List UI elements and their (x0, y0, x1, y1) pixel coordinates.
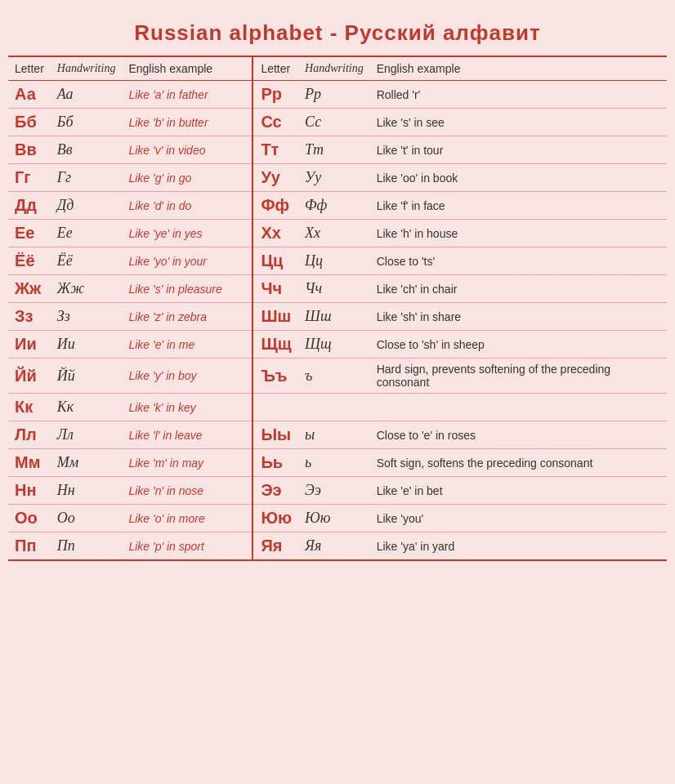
left-letter: Ёё (8, 247, 51, 275)
right-example: Like 'ya' in yard (370, 532, 667, 561)
left-letter: Оо (8, 505, 51, 532)
left-letter: Пп (8, 532, 51, 561)
right-example: Close to 'ts' (370, 247, 667, 275)
right-handwriting: Уу (298, 164, 370, 192)
table-row: ОоОоLike 'o' in moreЮюЮюLike 'you' (8, 505, 667, 532)
right-letter: Чч (254, 275, 298, 303)
table-row: БбБбLike 'b' in butterСсСсLike 's' in se… (8, 109, 667, 136)
right-handwriting: Тт (298, 136, 370, 164)
right-example: Like 'ch' in chair (370, 275, 667, 303)
table-row: ЛлЛлLike 'l' in leaveЫыыClose to 'e' in … (8, 421, 667, 449)
left-handwriting: Бб (51, 109, 123, 136)
left-example: Like 'ye' in yes (122, 220, 253, 247)
table-row: ЗзЗзLike 'z' in zebraШшШшLike 'sh' in sh… (8, 303, 667, 331)
left-letter: Мм (8, 449, 51, 477)
left-example: Like 'yo' in your (122, 247, 253, 275)
table-row: МмМмLike 'm' in mayЬььSoft sign, softens… (8, 449, 667, 477)
table-row: ЁёЁёLike 'yo' in yourЦцЦцClose to 'ts' (8, 247, 667, 275)
right-letter: Щщ (254, 331, 298, 359)
left-handwriting: Нн (51, 477, 123, 505)
left-handwriting: Пп (51, 532, 123, 561)
right-letter: Яя (254, 532, 298, 561)
left-handwriting: Вв (51, 136, 123, 164)
right-handwriting: Юю (298, 505, 370, 532)
left-example: Like 'n' in nose (122, 477, 253, 505)
right-example: Close to 'e' in roses (370, 421, 667, 449)
left-example: Like 's' in pleasure (122, 275, 253, 303)
right-letter: Рр (254, 81, 298, 109)
table-row: ПпПпLike 'p' in sportЯяЯяLike 'ya' in ya… (8, 532, 667, 561)
header-example-right: English example (370, 56, 667, 81)
left-letter: Аа (8, 81, 51, 109)
right-example: Close to 'sh' in sheep (370, 331, 667, 359)
alphabet-table: Letter Handwriting English example Lette… (8, 56, 667, 561)
right-example: Soft sign, softens the preceding consona… (370, 449, 667, 477)
right-handwriting: Ээ (298, 477, 370, 505)
left-letter: Ее (8, 220, 51, 247)
left-letter: Вв (8, 136, 51, 164)
left-letter: Нн (8, 477, 51, 505)
right-example: Like 't' in tour (370, 136, 667, 164)
left-letter: Лл (8, 421, 51, 449)
left-letter: Ии (8, 331, 51, 359)
left-example: Like 'y' in boy (122, 359, 253, 394)
left-handwriting: Аа (51, 81, 123, 109)
left-example: Like 'm' in may (122, 449, 253, 477)
left-handwriting: Ии (51, 331, 123, 359)
right-handwriting: Яя (298, 532, 370, 561)
table-row: АаАаLike 'a' in fatherРрРрRolled 'r' (8, 81, 667, 109)
left-handwriting: Жж (51, 275, 123, 303)
right-letter: Ьь (254, 449, 298, 477)
right-example: Like 's' in see (370, 109, 667, 136)
header-letter-left: Letter (8, 56, 51, 81)
left-handwriting: Мм (51, 449, 123, 477)
right-handwriting: Щщ (298, 331, 370, 359)
left-handwriting: Ёё (51, 247, 123, 275)
left-letter: Гг (8, 164, 51, 192)
left-example: Like 'a' in father (122, 81, 253, 109)
header-handwriting-right: Handwriting (298, 56, 370, 81)
right-example: Like 'oo' in book (370, 164, 667, 192)
right-handwriting: Шш (298, 303, 370, 331)
left-letter: Зз (8, 303, 51, 331)
right-letter: Ээ (254, 477, 298, 505)
header-example-left: English example (122, 56, 253, 81)
right-example: Hard sign, prevents softening of the pre… (370, 359, 667, 394)
right-letter: Тт (254, 136, 298, 164)
table-row: ЙйЙйLike 'y' in boyЪъъHard sign, prevent… (8, 359, 667, 394)
left-letter: Йй (8, 359, 51, 394)
left-letter: Кк (8, 394, 51, 421)
left-handwriting: Ее (51, 220, 123, 247)
right-letter: Ъъ (254, 359, 298, 394)
left-letter: Жж (8, 275, 51, 303)
table-row: ЖжЖжLike 's' in pleasureЧчЧчLike 'ch' in… (8, 275, 667, 303)
left-example: Like 'd' in do (122, 192, 253, 220)
right-handwriting: Фф (298, 192, 370, 220)
right-handwriting: ъ (298, 359, 370, 394)
left-handwriting: Дд (51, 192, 123, 220)
left-example: Like 'o' in more (122, 505, 253, 532)
left-example: Like 'k' in key (122, 394, 253, 421)
right-example: Like 'you' (370, 505, 667, 532)
left-example: Like 'v' in video (122, 136, 253, 164)
table-row: ВвВвLike 'v' in videoТтТтLike 't' in tou… (8, 136, 667, 164)
right-example (370, 394, 667, 421)
table-row: ГгГгLike 'g' in goУуУуLike 'oo' in book (8, 164, 667, 192)
table-row: ЕеЕеLike 'ye' in yesХхХхLike 'h' in hous… (8, 220, 667, 247)
left-example: Like 'z' in zebra (122, 303, 253, 331)
left-handwriting: Оо (51, 505, 123, 532)
page-title: Russian alphabet - Русский алфавит (8, 8, 667, 56)
table-row: КкКкLike 'k' in key (8, 394, 667, 421)
left-handwriting: Йй (51, 359, 123, 394)
left-example: Like 'b' in butter (122, 109, 253, 136)
right-handwriting: Рр (298, 81, 370, 109)
left-example: Like 'g' in go (122, 164, 253, 192)
left-example: Like 'p' in sport (122, 532, 253, 561)
left-example: Like 'l' in leave (122, 421, 253, 449)
right-letter: Уу (254, 164, 298, 192)
right-letter: Ыы (254, 421, 298, 449)
left-example: Like 'e' in me (122, 331, 253, 359)
right-letter: Шш (254, 303, 298, 331)
left-handwriting: Гг (51, 164, 123, 192)
table-row: НнНнLike 'n' in noseЭэЭэLike 'e' in bet (8, 477, 667, 505)
